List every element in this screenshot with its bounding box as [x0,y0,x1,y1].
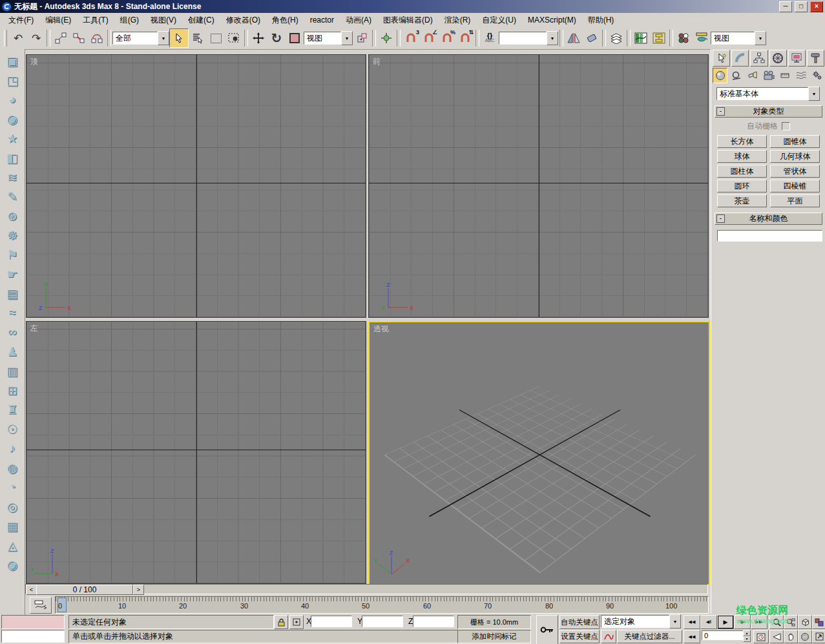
category-helpers-icon[interactable] [777,68,792,83]
select-and-manipulate-icon[interactable] [377,29,395,47]
chevron-down-icon[interactable]: ▼ [341,31,353,45]
tab-hierarchy-icon[interactable] [750,50,768,67]
cloth-shirt-icon[interactable]: ◳ [3,72,21,88]
search-globe-icon[interactable]: ◬ [3,537,21,554]
menu-item[interactable]: 图表编辑器(D) [377,13,439,28]
key-filter-scope-combo[interactable]: 选定对象 ▼ [601,615,681,628]
menu-item[interactable]: 角色(H) [266,13,304,28]
named-selection-sets-combo[interactable]: ▼ [499,32,558,45]
minimize-button[interactable]: ─ [779,1,792,12]
autogrid-checkbox[interactable] [782,122,790,130]
primitives-cubes-icon[interactable]: ▣ [3,52,21,69]
viewport-label[interactable]: 左 [30,323,38,334]
zoom-all-icon[interactable] [784,615,798,629]
go-to-start-button[interactable]: ◀◀ [684,615,700,629]
spinning-top-icon[interactable]: ◉ [3,110,21,127]
menu-item[interactable]: 文件(F) [3,13,39,28]
arc-rotate-icon[interactable] [798,630,812,643]
open-mini-curve-editor-button[interactable] [30,597,52,614]
play-animation-button[interactable]: ▶ [717,615,734,629]
pointer-hand-icon[interactable]: ☛ [3,265,21,282]
zoom-extents-all-icon[interactable] [812,615,825,629]
wheel-star-icon[interactable]: ☉ [3,421,21,437]
torus-knot-icon[interactable]: ∞ [3,324,21,340]
time-slider-thumb[interactable]: 0 / 100 [36,585,133,595]
menu-item[interactable]: 组(G) [114,13,145,28]
object-type-button[interactable]: 长方体 [717,135,767,148]
previous-frame-button[interactable]: ◀‖ [700,615,717,629]
object-type-button[interactable]: 四棱锥 [770,180,820,192]
category-space-warps-icon[interactable] [793,68,808,83]
linked-cubes-icon[interactable]: ⊞ [3,382,21,399]
name-color-rollout-header[interactable]: - 名称和颜色 [715,213,822,225]
viewport-top[interactable]: 顶 Y X Z [26,54,366,318]
category-lights-icon[interactable] [745,68,760,83]
time-slider-prev-icon[interactable]: < [26,585,37,595]
biped-figure-icon[interactable]: ♟ [3,343,21,360]
redo-icon[interactable]: ↷ [27,29,45,47]
select-and-scale-icon[interactable] [286,29,304,47]
select-and-rotate-icon[interactable]: ↻ [267,29,286,47]
category-shapes-icon[interactable] [729,68,744,83]
current-frame-field[interactable] [702,630,746,640]
brick-stack-icon[interactable]: ▤ [3,285,21,302]
reference-coordinate-system-combo[interactable]: 视图 ▼ [304,32,353,45]
collapse-icon[interactable]: - [716,214,725,223]
next-frame-button[interactable]: ‖▶ [734,615,751,629]
panel-book-icon[interactable]: ▥ [3,362,21,379]
maxscript-mini-listener-white[interactable] [1,630,65,643]
cloth-m-icon[interactable]: ◍ [3,459,21,476]
propeller-icon[interactable]: ⊛ [3,207,21,224]
snap-toggle-icon[interactable]: 3 [402,29,420,47]
rectangular-selection-region-icon[interactable] [207,29,225,47]
menu-item[interactable]: MAXScript(M) [522,14,582,26]
mirror-icon[interactable] [565,29,583,47]
viewport-label[interactable]: 顶 [30,56,38,67]
z-coordinate-field[interactable] [413,616,454,627]
chevron-down-icon[interactable]: ▼ [547,31,558,45]
add-time-tag[interactable]: 添加时间标记 [457,630,531,643]
undo-icon[interactable]: ↶ [9,29,27,47]
render-scene-icon[interactable] [693,29,711,47]
use-pivot-point-center-icon[interactable] [353,29,371,47]
select-object-button[interactable] [169,28,189,48]
material-editor-icon[interactable] [674,29,693,47]
spinner-snap-toggle-icon[interactable]: ⇅ [456,29,474,47]
select-by-name-icon[interactable] [189,29,207,47]
object-name-input[interactable] [717,230,822,242]
key-tangent-icon[interactable] [601,630,616,643]
unlink-selection-icon[interactable] [70,29,88,47]
maximize-button[interactable]: □ [795,1,808,12]
spiral-m-icon[interactable]: ◎ [3,498,21,515]
zoom-viewport-icon[interactable] [769,615,784,629]
sphere-ball-icon[interactable]: ◕ [3,91,21,108]
auto-key-toggle[interactable]: 自动关键点 [559,615,600,629]
category-systems-icon[interactable] [809,68,824,83]
toolbar-grip[interactable] [4,30,7,47]
y-coordinate-field[interactable] [362,616,403,627]
tab-display-icon[interactable] [788,50,806,67]
object-type-button[interactable]: 平面 [770,194,820,207]
menu-item[interactable]: 工具(T) [77,13,114,28]
star-shape-icon[interactable]: ★ [3,130,21,147]
maxscript-mini-listener-pink[interactable] [1,615,65,629]
weathervane-icon[interactable]: ⚑ [3,246,21,263]
tab-utilities-icon[interactable] [807,50,824,67]
list-window-icon[interactable]: ▦ [3,517,21,534]
gear-icon[interactable]: ☸ [3,227,21,244]
menu-item[interactable]: 帮助(H) [582,13,620,28]
director-chair-icon[interactable]: ♜ [3,401,21,418]
menu-item[interactable]: 创建(C) [182,13,220,28]
viewport-label[interactable]: 透视 [373,324,389,335]
menu-item[interactable]: 动画(A) [340,13,377,28]
checker-icon[interactable]: ◧ [3,149,21,166]
key-mode-toggle[interactable]: ◀◀ [684,630,700,643]
whistle-icon[interactable]: ♪ [3,440,21,457]
category-geometry-icon[interactable] [713,68,727,83]
close-button[interactable]: × [810,1,823,12]
key-filters-button[interactable]: 关键点过滤器... [617,630,682,643]
time-configuration-icon[interactable] [753,630,769,643]
absolute-offset-mode-icon[interactable] [289,615,304,629]
object-type-button[interactable]: 圆环 [717,180,767,192]
track-bar-ruler[interactable]: 0102030405060708090100 [55,596,709,614]
